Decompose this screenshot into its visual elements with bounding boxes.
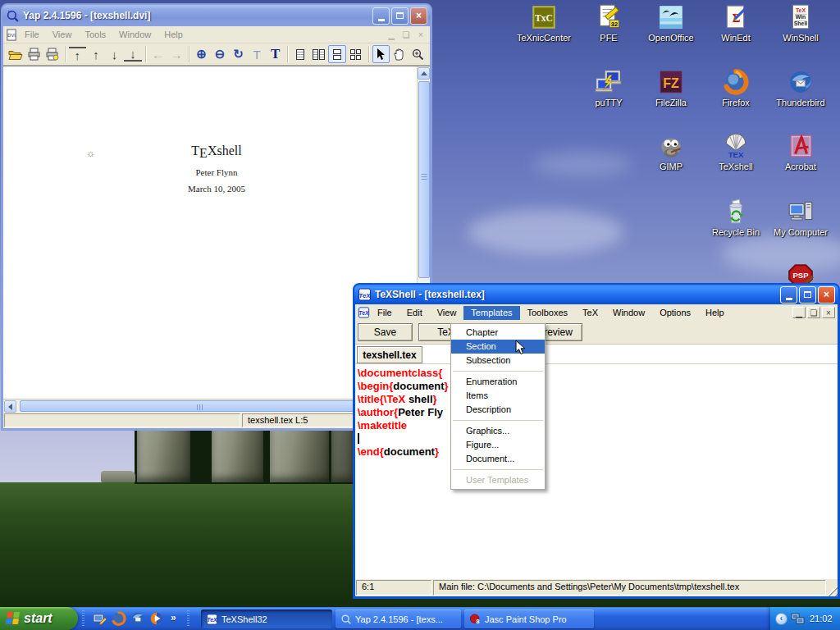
desktop: TxC TeXnicCenter 32 PFE OpenOffice Σ Win… [0,0,840,630]
menu-edit[interactable]: Edit [399,306,430,320]
menu-item-description[interactable]: Description [451,403,545,417]
mdi-minimize-icon[interactable]: ▁ [792,307,806,318]
menu-item-subsection[interactable]: Subsection [451,354,545,368]
zoom-out-icon[interactable]: ⊖ [211,45,229,63]
yap-mdi-close-icon[interactable]: × [414,29,427,40]
taskbar-clock: 21:02 [810,614,833,623]
scroll-left-button[interactable] [4,400,16,413]
show-desktop-icon[interactable] [93,611,107,626]
quicklaunch-overflow-chevron[interactable]: » [171,612,176,623]
continuous-view-icon[interactable] [328,45,346,63]
save-button[interactable]: Save [358,323,413,341]
print-icon[interactable] [25,45,43,63]
texshell-close-button[interactable]: × [818,286,835,304]
menu-templates[interactable]: Templates [463,306,519,320]
yap-menu-tools[interactable]: Tools [78,28,112,41]
yap-mdi-minimize-icon[interactable]: ▁ [385,29,398,40]
code-line: \maketitle [358,419,838,432]
menu-options[interactable]: Options [652,306,698,320]
network-status-icon[interactable] [791,613,805,625]
desktop-icon-recyclebin[interactable]: Recycle Bin [705,198,767,237]
menu-toolboxes[interactable]: Toolboxes [520,306,576,320]
desktop-icon-mycomputer[interactable]: My Computer [769,198,832,237]
menu-view[interactable]: View [430,306,464,320]
menu-item-items[interactable]: Items [451,389,545,403]
back-icon[interactable]: ← [149,45,167,63]
first-page-icon[interactable]: ↑ [69,47,87,62]
scroll-up-button[interactable] [418,67,430,80]
menu-item-section[interactable]: Section [451,340,545,354]
quicklaunch-firefox-icon[interactable] [112,611,126,626]
print-page-icon[interactable] [43,45,62,63]
mdi-restore-icon[interactable]: ❏ [807,307,820,318]
texshell-minimize-button[interactable] [780,286,797,304]
desktop-icon-filezilla[interactable]: FZ FileZilla [640,68,702,107]
refresh-icon[interactable]: ↻ [230,45,248,63]
menu-item-user-templates[interactable]: User Templates [451,473,545,487]
pointer-tool-icon[interactable] [372,45,390,63]
desktop-icon-thunderbird[interactable]: Thunderbird [769,68,832,107]
next-page-icon[interactable]: ↓ [106,45,124,63]
menu-window[interactable]: Window [605,306,652,320]
menu-item-enumeration[interactable]: Enumeration [451,375,545,389]
menu-item-document[interactable]: Document... [451,452,545,466]
hand-tool-icon[interactable] [390,45,409,63]
desktop-icon-pfe[interactable]: 32 PFE [578,3,640,43]
quicklaunch-thunderbird-icon[interactable] [130,611,145,626]
menu-item-chapter[interactable]: Chapter [451,326,545,340]
yap-menu-help[interactable]: Help [158,28,189,41]
tab-texshell-tex[interactable]: texshell.tex [357,346,422,363]
menu-item-figure[interactable]: Figure... [451,438,545,452]
desktop-icon-texshell[interactable]: TEX TeXshell [705,132,767,171]
magnifier-tool-icon[interactable] [409,45,427,63]
resize-grip[interactable] [827,586,838,596]
desktop-icon-openoffice[interactable]: OpenOffice [640,3,702,43]
yap-minimize-button[interactable] [372,7,390,25]
desktop-icon-winedt[interactable]: Σ WinEdt [705,3,767,43]
text-tool-icon[interactable]: T [267,45,285,63]
menu-tex[interactable]: TeX [575,306,605,320]
desktop-icon-winshell[interactable]: TeXWinShell WinShell [769,3,832,43]
hide-tray-icons-button[interactable]: ‹ [775,613,788,625]
desktop-icon-firefox[interactable]: Firefox [705,68,767,107]
taskbar-button-yap[interactable]: Yap 2.4.1596 - [texs... [336,609,461,628]
yap-titlebar[interactable]: Yap 2.4.1596 - [texshell.dvi] × [2,5,431,26]
desktop-icon-gimp[interactable]: GIMP [640,132,702,171]
desktop-icon-acrobat[interactable]: Acrobat [769,132,832,171]
forward-icon[interactable]: → [167,45,185,63]
yap-close-button[interactable]: × [410,7,427,25]
previous-page-icon[interactable]: ↑ [87,45,105,63]
last-page-icon[interactable]: ↓ [124,47,142,62]
start-button[interactable]: start [0,607,78,630]
menu-item-graphics[interactable]: Graphics... [451,424,545,438]
yap-mdi-restore-icon[interactable]: ❏ [399,29,413,40]
quicklaunch-mediaplayer-icon[interactable] [149,611,164,626]
menu-file[interactable]: File [370,306,399,320]
menu-help[interactable]: Help [698,306,732,320]
desktop-icon-texniccenter[interactable]: TxC TeXnicCenter [513,3,575,43]
ruler-tool-icon[interactable]: T [248,45,266,63]
mdi-close-icon[interactable]: × [822,307,835,318]
taskbar-button-texshell[interactable]: TeX TeXShell32 [201,609,332,628]
yap-toolbar: ↑ ↑ ↓ ↓ ← → ⊕ ⊖ ↻ T T [3,43,430,66]
open-file-icon[interactable] [7,45,25,63]
texshell-document-icon: TeX [358,307,370,318]
zoom-in-icon[interactable]: ⊕ [193,45,211,63]
texshell-titlebar[interactable]: TeX TeXShell - [texshell.tex] × [354,285,838,304]
scrollbar-thumb[interactable] [20,400,381,412]
continuous-facing-view-icon[interactable] [347,45,365,63]
yap-maximize-button[interactable] [391,7,409,25]
yap-window-title: Yap 2.4.1596 - [texshell.dvi] [23,10,372,21]
yap-menu-window[interactable]: Window [112,28,158,41]
desktop-icon-putty[interactable]: puTTY [578,68,640,107]
scrollbar-thumb[interactable] [418,81,430,278]
facing-pages-view-icon[interactable] [310,45,328,63]
single-page-view-icon[interactable] [291,45,309,63]
main-file-status: Main file: C:\Documents and Settings\Pet… [433,580,826,596]
yap-menu-view[interactable]: View [46,28,79,41]
yap-menu-file[interactable]: File [18,28,46,41]
texshell-maximize-button[interactable] [799,286,816,304]
start-label: start [24,611,52,626]
code-editor[interactable]: \documentclass{\begin{document}\title{\T… [355,364,838,579]
taskbar-button-paintshoppro[interactable]: 8 Jasc Paint Shop Pro [464,609,594,628]
